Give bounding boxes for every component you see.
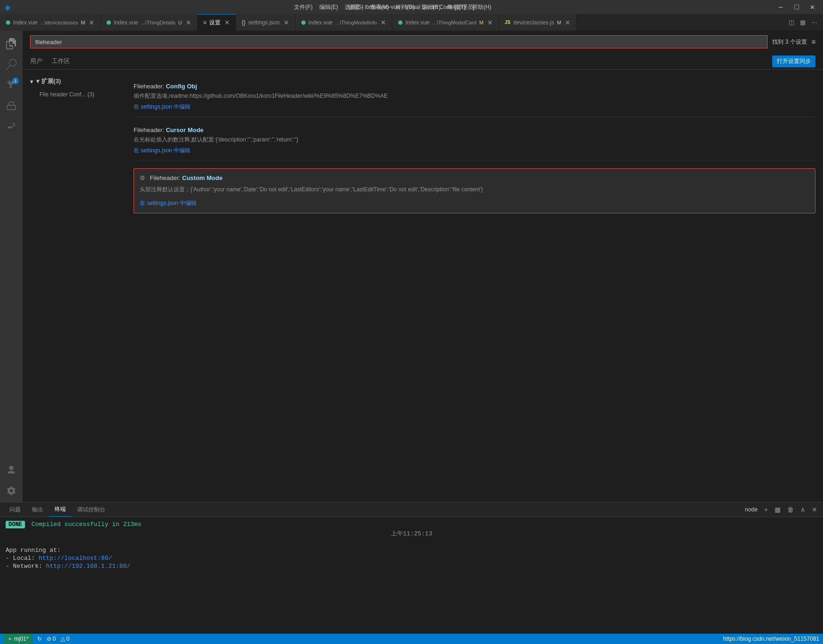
maximize-button[interactable]: □ xyxy=(791,1,802,13)
panel-tab-problems[interactable]: 问题 xyxy=(4,503,26,517)
extension-group-header[interactable]: ▾ ▾ 扩展(3) xyxy=(30,77,124,86)
setting-item-config-obj: Fileheader: Config Obj 插件配置选项,readme:htt… xyxy=(134,77,815,117)
git-branch-icon: ⚬ xyxy=(8,636,12,642)
activity-source-control[interactable]: 1 xyxy=(2,76,21,94)
tab-badge-m: M xyxy=(479,20,483,25)
setting-key: Cursor Mode xyxy=(166,126,204,134)
tab-label: settings.json xyxy=(248,19,280,26)
extension-item-fileheader[interactable]: File header Conf... (3) xyxy=(30,89,124,100)
terminal-local-label: - Local: xyxy=(6,555,39,562)
terminal-selector[interactable]: node xyxy=(743,505,760,514)
activity-account[interactable] xyxy=(2,461,21,479)
terminal-done-line: DONE Compiled successfully in 213ms xyxy=(6,521,817,528)
menu-help[interactable]: 帮助(H) xyxy=(472,3,491,11)
tab-index-thingmodelcard[interactable]: ⬢ index.vue ...\ThingModelCard M ✕ xyxy=(392,14,499,31)
setting-item-custom-mode-title: ⚙ Fileheader: Custom Mode xyxy=(140,174,809,181)
tab-close[interactable]: ✕ xyxy=(284,19,289,26)
tab-badge-m: M xyxy=(557,20,561,25)
git-branch[interactable]: ⚬ mj01* xyxy=(4,634,32,644)
tab-close[interactable]: ✕ xyxy=(186,19,191,26)
title-bar: ◆ 文件(F) 编辑(E) 选择(S) 查看(V) 转到(G) 运行(R) 终端… xyxy=(0,0,823,14)
tab-close[interactable]: ✕ xyxy=(224,19,230,26)
activity-debug[interactable] xyxy=(2,96,21,115)
settings-icon: ≡ xyxy=(203,19,206,26)
git-branch-name: mj01* xyxy=(14,636,29,642)
tab-label: index.vue xyxy=(114,19,138,26)
setting-prefix: Fileheader: xyxy=(150,174,182,181)
settings-search-wrap xyxy=(30,35,768,48)
setting-item-custom-mode: ⚙ Fileheader: Custom Mode 头部注释默认设置：{'Aut… xyxy=(134,168,815,213)
panel-tab-terminal[interactable]: 终端 xyxy=(49,503,71,517)
panel: 问题 输出 终端 调试控制台 node + ▦ 🗑 ∧ ✕ DONE Compi… xyxy=(0,502,823,634)
settings-tree: ▾ ▾ 扩展(3) File header Conf... (3) xyxy=(30,77,124,217)
tab-workspace[interactable]: 工作区 xyxy=(52,53,70,69)
terminal-network-label: - Network: xyxy=(6,563,46,570)
setting-item-cursor-mode-desc: 在光标处插入的数注释,默认配置:{'description':'','param… xyxy=(134,135,815,144)
tab-close[interactable]: ✕ xyxy=(565,19,570,26)
tab-settings-json[interactable]: {} settings.json ✕ xyxy=(236,14,295,31)
terminal-success-msg: Compiled successfully in 213ms xyxy=(32,521,142,528)
errors-count[interactable]: ⊘ 0 xyxy=(47,636,56,642)
tab-bar-actions[interactable]: ◫ ▦ ⋯ xyxy=(783,14,823,31)
app-logo: ◆ xyxy=(5,3,10,12)
setting-item-custom-mode-link[interactable]: 在 settings.json 中编辑 xyxy=(140,200,197,206)
settings-tab-group: 用户 工作区 xyxy=(30,53,70,69)
setting-item-cursor-mode-title: Fileheader: Cursor Mode xyxy=(134,126,815,134)
json-icon: {} xyxy=(242,19,245,26)
split-editor-icon[interactable]: ▦ xyxy=(798,18,807,27)
title-bar-left: ◆ xyxy=(5,3,10,12)
tab-index-deviceclasses[interactable]: ⬢ index.vue ...\deviceclasses M ✕ xyxy=(0,14,101,31)
split-terminal-icon[interactable]: ▦ xyxy=(773,505,783,514)
menu-file[interactable]: 文件(F) xyxy=(294,3,312,11)
menu-edit[interactable]: 编辑(E) xyxy=(319,3,338,11)
window-controls[interactable]: – □ ✕ xyxy=(775,1,818,13)
search-filter-icon[interactable]: ≡ xyxy=(812,38,815,46)
open-settings-sync-button[interactable]: 打开设置同步 xyxy=(772,55,815,67)
blog-link[interactable]: https://blog.csdn.net/weixin_51157081 xyxy=(723,636,819,642)
setting-key: Custom Mode xyxy=(182,174,222,181)
tab-path: ...\ThingDetails xyxy=(141,20,175,25)
js-icon: JS xyxy=(505,20,510,25)
terminal-time-line: 上午11:25:13 xyxy=(6,529,817,538)
tab-index-thingmodelinfo[interactable]: ⬢ index.vue ...\ThingModelInfo ✕ xyxy=(295,14,392,31)
tab-settings[interactable]: ≡ 设置 ✕ xyxy=(198,14,236,31)
setting-item-config-obj-link[interactable]: 在 settings.json 中编辑 xyxy=(134,103,190,110)
vue-icon: ⬢ xyxy=(6,19,10,26)
panel-tab-output[interactable]: 输出 xyxy=(26,503,49,517)
tab-close[interactable]: ✕ xyxy=(380,19,386,26)
gear-icon: ⚙ xyxy=(140,174,145,181)
activity-explorer[interactable] xyxy=(2,34,21,53)
search-result-count: 找到 3 个设置 xyxy=(772,38,807,46)
collapse-panel-icon[interactable]: ∧ xyxy=(799,505,807,514)
settings-content: ▾ ▾ 扩展(3) File header Conf... (3) Filehe… xyxy=(23,70,823,502)
tab-close[interactable]: ✕ xyxy=(89,19,95,26)
sync-button[interactable]: ↻ xyxy=(37,636,42,642)
tab-deviceclasses-js[interactable]: JS deviceclasses.js M ✕ xyxy=(499,14,577,31)
tab-user[interactable]: 用户 xyxy=(30,53,42,69)
tab-index-thingdetails[interactable]: ⬢ index.vue ...\ThingDetails U ✕ xyxy=(101,14,198,31)
terminal-local-url[interactable]: http://localhost:80/ xyxy=(39,555,112,562)
more-icon[interactable]: ⋯ xyxy=(809,18,819,27)
activity-settings-gear[interactable] xyxy=(2,481,21,500)
kill-terminal-icon[interactable]: 🗑 xyxy=(785,505,796,514)
terminal-time: 上午11:25:13 xyxy=(6,529,817,538)
setting-item-cursor-mode-link[interactable]: 在 settings.json 中编辑 xyxy=(134,147,190,154)
tab-path: ...\ThingModelCard xyxy=(433,20,477,25)
tab-close[interactable]: ✕ xyxy=(487,19,493,26)
close-button[interactable]: ✕ xyxy=(807,1,818,13)
close-panel-icon[interactable]: ✕ xyxy=(810,505,819,514)
activity-extensions[interactable] xyxy=(2,117,21,136)
warnings-count[interactable]: △ 0 xyxy=(61,636,70,642)
minimize-button[interactable]: – xyxy=(775,1,786,13)
tab-badge-u: U xyxy=(178,20,182,25)
setting-item-custom-mode-desc: 头部注释默认设置：{'Author':'your name','Date':'D… xyxy=(140,185,809,194)
terminal-network-url[interactable]: http://192.168.1.21:80/ xyxy=(46,563,130,570)
activity-search[interactable] xyxy=(2,55,21,74)
terminal-content: DONE Compiled successfully in 213ms 上午11… xyxy=(0,517,823,634)
add-terminal-icon[interactable]: + xyxy=(762,505,770,514)
setting-item-custom-mode-link-wrap: 在 settings.json 中编辑 xyxy=(140,199,809,207)
settings-search-input[interactable] xyxy=(30,35,768,48)
panel-tab-debug-console[interactable]: 调试控制台 xyxy=(71,503,111,517)
main-layout: 1 找到 3 个设置 ≡ 用户 工作区 xyxy=(0,31,823,502)
layout-icon[interactable]: ◫ xyxy=(787,18,796,27)
